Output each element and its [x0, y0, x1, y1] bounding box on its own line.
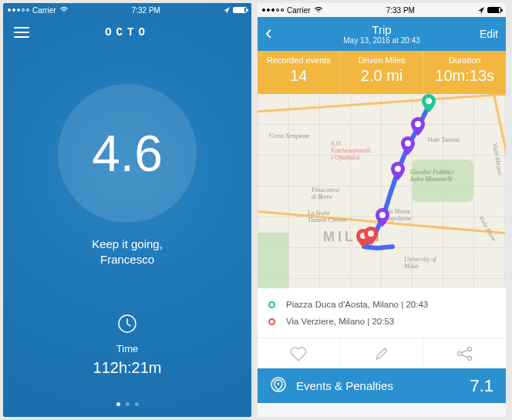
- battery-icon: [233, 7, 247, 13]
- app-logo: OCTO: [105, 26, 150, 39]
- page-indicator[interactable]: [3, 402, 251, 406]
- actions-bar: [258, 338, 506, 368]
- events-label: Events & Penalties: [296, 379, 460, 392]
- clock-label: 7:33 PM: [386, 6, 415, 15]
- end-dot-icon: [268, 318, 275, 325]
- like-button[interactable]: [258, 338, 341, 368]
- subtitle: Keep it going, Francesco: [58, 237, 197, 267]
- svg-point-7: [368, 230, 374, 237]
- nav-subtitle: May 13, 2016 at 20:43: [258, 36, 506, 45]
- clock-label: 7:32 PM: [132, 6, 160, 15]
- svg-point-3: [405, 140, 411, 146]
- pin-event: [391, 162, 405, 180]
- pin-end: [364, 227, 378, 245]
- legend-start: Piazza Duca d'Aosta, Milano | 20:43: [286, 300, 428, 309]
- stat-events: Recorded events 14: [258, 51, 341, 94]
- pin-start: [422, 94, 436, 113]
- score-value: 4.6: [92, 128, 163, 179]
- menu-button[interactable]: [14, 27, 29, 38]
- status-bar: Carrier 7:32 PM: [3, 3, 251, 17]
- svg-point-8: [457, 351, 461, 355]
- svg-point-9: [467, 347, 471, 351]
- events-score: 7.1: [470, 376, 493, 396]
- time-label: Time: [3, 343, 251, 354]
- edit-trip-button[interactable]: [341, 338, 424, 368]
- location-pin-icon: [270, 376, 287, 396]
- svg-point-4: [395, 166, 401, 172]
- trip-screen: Carrier 7:33 PM ‹ Trip May 13, 2016 at 2…: [258, 3, 506, 417]
- top-nav: OCTO: [3, 17, 251, 45]
- svg-point-10: [467, 356, 471, 360]
- stat-miles: Driven Miles 2.0 mi: [341, 51, 424, 94]
- route-path: [258, 94, 506, 288]
- signal-icon: [262, 8, 284, 12]
- pin-event: [411, 117, 425, 136]
- svg-point-12: [278, 382, 280, 385]
- score-circle: 4.6: [58, 84, 197, 223]
- stats-bar: Recorded events 14 Driven Miles 2.0 mi D…: [258, 51, 506, 94]
- carrier-label: Carrier: [32, 6, 56, 15]
- wifi-icon: [59, 6, 69, 15]
- home-screen: Carrier 7:32 PM OCTO 4.6 Keep it going, …: [3, 3, 251, 417]
- wifi-icon: [314, 6, 323, 15]
- legend-end: Via Verziere, Milano | 20:53: [286, 317, 394, 326]
- location-arrow-icon: [478, 7, 484, 14]
- route-legend: Piazza Duca d'Aosta, Milano | 20:43 Via …: [258, 288, 506, 338]
- nav-title: Trip: [258, 23, 506, 36]
- svg-point-2: [415, 121, 421, 127]
- map[interactable]: MILAN Corso Sempione A.O. Fatebenefratel…: [258, 94, 506, 288]
- pin-event: [376, 208, 389, 227]
- clock-icon: [3, 314, 251, 337]
- pin-event: [401, 136, 415, 155]
- carrier-label: Carrier: [287, 6, 311, 15]
- trip-nav: ‹ Trip May 13, 2016 at 20:43 Edit: [258, 17, 506, 51]
- location-arrow-icon: [224, 7, 230, 14]
- share-button[interactable]: [423, 338, 506, 368]
- stat-duration: Duration 10m:13s: [423, 51, 506, 94]
- svg-point-5: [379, 212, 386, 218]
- time-block: Time 112h:21m: [3, 314, 251, 377]
- edit-button[interactable]: Edit: [480, 28, 498, 40]
- status-bar: Carrier 7:33 PM: [258, 3, 506, 17]
- time-value: 112h:21m: [3, 359, 251, 377]
- start-dot-icon: [268, 301, 275, 308]
- battery-icon: [487, 7, 501, 13]
- signal-icon: [8, 8, 29, 12]
- events-penalties-button[interactable]: Events & Penalties 7.1: [258, 368, 506, 403]
- svg-point-1: [426, 98, 432, 104]
